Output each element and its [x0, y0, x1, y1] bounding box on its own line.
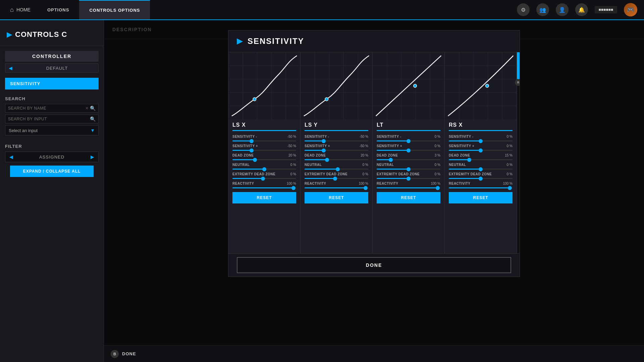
- slider-value: 0 %: [290, 172, 296, 176]
- scroll-track[interactable]: R: [517, 52, 520, 253]
- slider-row-extremity-dead-zone: EXTREMITY DEAD ZONE 0 %: [373, 171, 444, 181]
- slider-track[interactable]: [377, 159, 440, 160]
- curve-svg: [373, 52, 444, 119]
- slider-track[interactable]: [232, 187, 296, 188]
- options-nav-item[interactable]: OPTIONS: [37, 0, 79, 19]
- slider-row-sensitivity--: SENSITIVITY - -50 %: [228, 134, 300, 143]
- assigned-prev-icon[interactable]: ◀: [5, 152, 17, 162]
- svg-point-29: [253, 98, 256, 101]
- slider-row-sensitivity-+: SENSITIVITY + -50 %: [228, 143, 300, 153]
- search-icon[interactable]: 🔍: [90, 106, 96, 111]
- slider-track[interactable]: [449, 150, 513, 151]
- slider-label: SENSITIVITY +: [232, 144, 258, 148]
- slider-track[interactable]: [232, 150, 296, 151]
- default-label: DEFAULT: [16, 66, 98, 71]
- curve-svg: [301, 52, 372, 119]
- slider-label: EXTREMITY DEAD ZONE: [377, 172, 420, 176]
- slider-row-reactivity: REACTIVITY 100 %: [301, 181, 372, 190]
- bottom-bar: B DONE: [104, 345, 644, 362]
- slider-row-neutral: NEUTRAL 0 %: [301, 162, 372, 171]
- search-label: SEARCH: [5, 96, 99, 101]
- reset-button-rs-x[interactable]: RESET: [449, 192, 513, 203]
- default-row: ◀ DEFAULT: [5, 63, 99, 73]
- slider-track[interactable]: [449, 159, 513, 160]
- nav-right-icons: ⚙ 👥 👤 🔔 ■■■■■■ 🎮: [517, 3, 641, 16]
- slider-row-dead-zone: DEAD ZONE 15 %: [445, 153, 517, 162]
- slider-track[interactable]: [305, 178, 368, 179]
- slider-track[interactable]: [305, 150, 368, 151]
- slider-label: SENSITIVITY -: [449, 135, 474, 138]
- slider-value: 20 %: [288, 154, 296, 157]
- settings-icon-btn[interactable]: ⚙: [517, 3, 530, 16]
- slider-track[interactable]: [377, 140, 440, 141]
- notification-icon-btn[interactable]: 🔔: [575, 3, 588, 16]
- svg-point-38: [325, 98, 328, 101]
- social-icon-btn[interactable]: 👥: [536, 3, 549, 16]
- col-bar-ls-x: [232, 130, 296, 131]
- done-button[interactable]: DONE: [237, 257, 511, 273]
- slider-label: REACTIVITY: [232, 182, 254, 185]
- slider-track[interactable]: [305, 140, 368, 141]
- slider-value: 3 %: [435, 154, 440, 157]
- slider-track[interactable]: [449, 178, 513, 179]
- dropdown-arrow-icon: ▼: [90, 128, 95, 133]
- sidebar-title-area: ▶ CONTROLS C: [0, 20, 104, 46]
- slider-track[interactable]: [377, 178, 440, 179]
- controls-options-nav-item[interactable]: CONTROLS OPTIONS: [79, 0, 150, 19]
- default-arrow-left-icon[interactable]: ◀: [5, 64, 16, 72]
- slider-value: 15 %: [505, 154, 513, 157]
- slider-value: -50 %: [287, 135, 296, 138]
- slider-track[interactable]: [449, 169, 513, 170]
- sensitivity-button[interactable]: SENSITIVITY: [5, 78, 99, 89]
- slider-row-sensitivity-+: SENSITIVITY + 0 %: [445, 143, 517, 153]
- col-name-ls-x: LS X: [228, 119, 300, 130]
- modal-title: SENSITIVITY: [248, 37, 304, 46]
- search-clear-icon[interactable]: ✕: [85, 106, 89, 111]
- sensitivity-col-rs-x: RS X SENSITIVITY - 0 % SENSITIVITY + 0 %: [445, 52, 517, 253]
- slider-row-extremity-dead-zone: EXTREMITY DEAD ZONE 0 %: [301, 171, 372, 181]
- home-label: HOME: [16, 7, 31, 12]
- top-nav: ⌂ HOME OPTIONS CONTROLS OPTIONS ⚙ 👥 👤 🔔 …: [0, 0, 644, 20]
- slider-track[interactable]: [232, 140, 296, 141]
- slider-track[interactable]: [377, 169, 440, 170]
- home-nav-item[interactable]: ⌂ HOME: [3, 0, 37, 19]
- slider-row-dead-zone: DEAD ZONE 3 %: [373, 153, 444, 162]
- slider-row-neutral: NEUTRAL 0 %: [445, 162, 517, 171]
- slider-track[interactable]: [449, 187, 513, 188]
- scroll-r-indicator: R: [515, 79, 520, 86]
- slider-track[interactable]: [305, 187, 368, 188]
- slider-value: -50 %: [360, 144, 368, 148]
- slider-value: 100 %: [431, 182, 440, 185]
- slider-track[interactable]: [305, 169, 368, 170]
- reset-button-ls-x[interactable]: RESET: [232, 192, 296, 203]
- slider-track[interactable]: [305, 159, 368, 160]
- col-bar-ls-y: [305, 130, 368, 131]
- avatar[interactable]: 🎮: [624, 3, 637, 16]
- col-name-rs-x: RS X: [445, 119, 517, 130]
- slider-track[interactable]: [232, 169, 296, 170]
- slider-row-dead-zone: DEAD ZONE 20 %: [228, 153, 300, 162]
- slider-label: NEUTRAL: [305, 163, 322, 167]
- slider-track[interactable]: [232, 178, 296, 179]
- slider-value: 0 %: [507, 163, 513, 167]
- assigned-row: ◀ ASSIGNED ▶: [5, 152, 99, 162]
- slider-value: 0 %: [507, 172, 513, 176]
- search-input-icon[interactable]: 🔍: [90, 116, 96, 122]
- slider-track[interactable]: [449, 140, 513, 141]
- search-by-name-input[interactable]: [8, 106, 85, 111]
- slider-row-reactivity: REACTIVITY 100 %: [373, 181, 444, 190]
- profile-icon-btn[interactable]: 👤: [556, 3, 569, 16]
- select-input-dropdown[interactable]: Select an input ▼: [5, 125, 99, 135]
- slider-track[interactable]: [232, 159, 296, 160]
- search-by-name-wrap: ✕ 🔍: [5, 104, 99, 113]
- expand-collapse-button[interactable]: EXPAND / COLLAPSE ALL: [10, 166, 94, 177]
- slider-track[interactable]: [377, 150, 440, 151]
- search-by-input-input[interactable]: [8, 117, 90, 121]
- assigned-next-icon[interactable]: ▶: [87, 152, 98, 162]
- controller-row: CONTROLLER: [5, 51, 99, 62]
- reset-button-ls-y[interactable]: RESET: [305, 192, 368, 203]
- reset-button-lt[interactable]: RESET: [377, 192, 440, 203]
- controller-label: CONTROLLER: [5, 51, 99, 62]
- slider-label: REACTIVITY: [305, 182, 326, 185]
- slider-track[interactable]: [377, 187, 440, 188]
